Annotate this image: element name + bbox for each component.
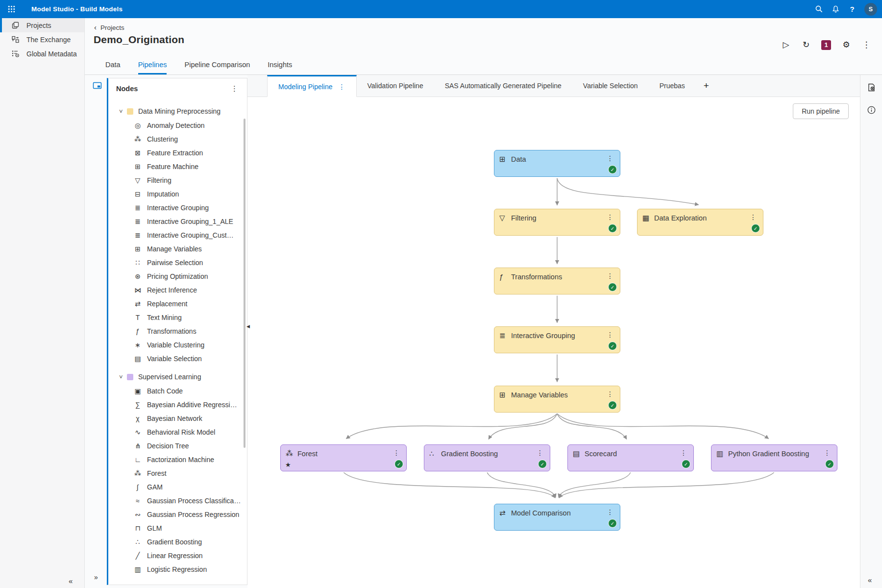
node-item-glm[interactable]: ⊓GLM xyxy=(108,521,247,535)
node-item-behavioral-risk-model[interactable]: ∿Behavioral Risk Model xyxy=(108,425,247,439)
node-item-manage-variables[interactable]: ⊞Manage Variables xyxy=(108,242,247,256)
node-item-decision-tree[interactable]: ⋔Decision Tree xyxy=(108,439,247,453)
node-item-gaussian-process-classification[interactable]: ≈Gaussian Process Classifica… xyxy=(108,494,247,508)
pipeline-node-transformations[interactable]: ƒTransformations⋮✓ xyxy=(494,268,620,294)
node-item-forest[interactable]: ⁂Forest xyxy=(108,466,247,480)
node-item-batch-code[interactable]: ▣Batch Code xyxy=(108,384,247,398)
tab-pipeline-comparison[interactable]: Pipeline Comparison xyxy=(184,61,250,74)
node-menu-icon[interactable]: ⋮ xyxy=(605,508,615,516)
pipeline-node-data-exploration[interactable]: ▦Data Exploration⋮✓ xyxy=(637,209,763,236)
pipeline-area: Modeling Pipeline⋮Validation PipelineSAS… xyxy=(247,75,860,588)
node-menu-icon[interactable]: ⋮ xyxy=(748,213,758,221)
node-item-feature-machine[interactable]: ⊞Feature Machine xyxy=(108,160,247,173)
user-avatar[interactable]: S xyxy=(864,3,877,16)
pipeline-tab-pruebas[interactable]: Pruebas xyxy=(649,75,696,97)
node-item-label: Text Mining xyxy=(147,314,182,321)
breadcrumb[interactable]: ‹Projects xyxy=(94,23,124,31)
node-menu-icon[interactable]: ⋮ xyxy=(605,154,615,162)
node-menu-icon[interactable]: ⋮ xyxy=(605,331,615,339)
search-icon[interactable] xyxy=(811,2,826,17)
nodes-scrollbar[interactable] xyxy=(244,119,245,448)
right-rail-collapse-icon[interactable]: « xyxy=(868,576,872,584)
node-menu-icon[interactable]: ⋮ xyxy=(822,449,832,457)
add-pipeline-icon[interactable]: + xyxy=(696,75,717,97)
help-icon[interactable]: ? xyxy=(845,2,859,17)
node-menu-icon[interactable]: ⋮ xyxy=(392,449,401,457)
sidebar-item-global-metadata[interactable]: Global Metadata xyxy=(0,47,84,61)
nodes-panel-collapse-icon[interactable]: ◀ xyxy=(246,324,250,329)
node-menu-icon[interactable]: ⋮ xyxy=(605,213,615,221)
node-item-text-mining[interactable]: TText Mining xyxy=(108,311,247,324)
app-launcher-icon[interactable] xyxy=(7,5,16,14)
pipeline-canvas[interactable]: ⊞Data⋮✓▽Filtering⋮✓▦Data Exploration⋮✓ƒT… xyxy=(247,97,860,588)
notification-count-badge[interactable]: 1 xyxy=(821,40,831,50)
pipeline-node-gradient-boosting[interactable]: ∴Gradient Boosting⋮✓ xyxy=(424,444,550,471)
node-group-data-mining-preprocessing[interactable]: ˅Data Mining Preprocessing xyxy=(108,104,247,119)
pipeline-node-model-comparison[interactable]: ⇄Model Comparison⋮✓ xyxy=(494,504,620,531)
node-item-variable-clustering[interactable]: ∗Variable Clustering xyxy=(108,338,247,352)
pipeline-report-icon[interactable] xyxy=(867,83,876,94)
node-item-bayesian-network[interactable]: χBayesian Network xyxy=(108,412,247,425)
node-item-anomaly-detection[interactable]: ◎Anomaly Detection xyxy=(108,119,247,132)
node-menu-icon[interactable]: ⋮ xyxy=(535,449,545,457)
node-item-interactive-grouping-1-ale[interactable]: ≣Interactive Grouping_1_ALE xyxy=(108,215,247,228)
batch-code-icon: ▣ xyxy=(133,387,143,395)
pipeline-tab-menu-icon[interactable]: ⋮ xyxy=(339,83,345,91)
node-item-interactive-grouping-cust[interactable]: ≣Interactive Grouping_Cust… xyxy=(108,228,247,242)
sidebar-item-projects[interactable]: Projects xyxy=(0,18,84,32)
node-item-gam[interactable]: ∫GAM xyxy=(108,480,247,494)
pipeline-node-scorecard[interactable]: ▤Scorecard⋮✓ xyxy=(567,444,694,471)
node-menu-icon[interactable]: ⋮ xyxy=(679,449,688,457)
nodes-panel-toggle-icon[interactable] xyxy=(93,81,102,92)
pipeline-node-python-gradient-boosting[interactable]: ▥Python Gradient Boosting⋮✓ xyxy=(711,444,837,471)
notifications-bell-icon[interactable] xyxy=(828,2,843,17)
pipeline-node-interactive-grouping[interactable]: ≣Interactive Grouping⋮✓ xyxy=(494,326,620,353)
node-item-label: Transformations xyxy=(147,327,196,335)
pipeline-node-filtering[interactable]: ▽Filtering⋮✓ xyxy=(494,209,620,236)
node-item-bayesian-additive-regression[interactable]: ∑Bayesian Additive Regressi… xyxy=(108,398,247,412)
node-menu-icon[interactable]: ⋮ xyxy=(605,390,615,398)
node-item-interactive-grouping[interactable]: ≣Interactive Grouping xyxy=(108,201,247,215)
node-item-gaussian-process-regression[interactable]: ∾Gaussian Process Regression xyxy=(108,508,247,521)
tab-insights[interactable]: Insights xyxy=(268,61,292,74)
tab-pipelines[interactable]: Pipelines xyxy=(138,61,167,74)
node-item-filtering[interactable]: ▽Filtering xyxy=(108,173,247,187)
tab-data[interactable]: Data xyxy=(105,61,121,74)
pipeline-node-forest[interactable]: ⁂Forest⋮★✓ xyxy=(280,444,407,471)
node-item-linear-regression[interactable]: ╱Linear Regression xyxy=(108,549,247,563)
node-item-gradient-boosting[interactable]: ∴Gradient Boosting xyxy=(108,535,247,549)
manage-variables-icon: ⊞ xyxy=(499,391,506,399)
sync-icon[interactable]: ↻ xyxy=(801,40,811,50)
run-project-icon[interactable]: ▷ xyxy=(781,40,791,50)
node-item-variable-selection[interactable]: ▤Variable Selection xyxy=(108,352,247,366)
node-item-clustering[interactable]: ⁂Clustering xyxy=(108,132,247,146)
node-item-label: Bayesian Network xyxy=(147,415,202,422)
node-item-feature-extraction[interactable]: ⊠Feature Extraction xyxy=(108,146,247,160)
node-item-label: Anomaly Detection xyxy=(147,122,205,129)
node-item-pairwise-selection[interactable]: ∷Pairwise Selection xyxy=(108,256,247,270)
pipeline-tab-sas-automatically-generated-pipeline[interactable]: SAS Automatically Generated Pipeline xyxy=(434,75,572,97)
pipeline-node-data[interactable]: ⊞Data⋮✓ xyxy=(494,150,620,177)
pipeline-node-manage-variables[interactable]: ⊞Manage Variables⋮✓ xyxy=(494,386,620,413)
pipeline-tab-variable-selection[interactable]: Variable Selection xyxy=(572,75,649,97)
pipeline-tab-modeling-pipeline[interactable]: Modeling Pipeline⋮ xyxy=(267,75,357,97)
overflow-menu-icon[interactable]: ⋮ xyxy=(861,40,871,50)
sidebar-item-the-exchange[interactable]: The Exchange xyxy=(0,32,84,47)
pipeline-tab-validation-pipeline[interactable]: Validation Pipeline xyxy=(357,75,434,97)
node-item-pricing-optimization[interactable]: ⊛Pricing Optimization xyxy=(108,270,247,283)
rail-expand-icon[interactable]: » xyxy=(94,573,98,581)
info-icon[interactable] xyxy=(867,105,876,117)
node-item-replacement[interactable]: ⇄Replacement xyxy=(108,297,247,311)
nodes-panel-menu-icon[interactable]: ⋮ xyxy=(229,84,240,93)
settings-gear-icon[interactable]: ⚙ xyxy=(841,40,851,50)
node-menu-icon[interactable]: ⋮ xyxy=(605,272,615,280)
node-item-reject-inference[interactable]: ⋈Reject Inference xyxy=(108,283,247,297)
node-item-transformations[interactable]: ƒTransformations xyxy=(108,324,247,338)
run-pipeline-button[interactable]: Run pipeline xyxy=(793,103,849,119)
sidebar-collapse-icon[interactable]: « xyxy=(69,577,73,585)
node-group-supervised-learning[interactable]: ˅Supervised Learning xyxy=(108,369,247,384)
node-item-logistic-regression[interactable]: ▥Logistic Regression xyxy=(108,563,247,576)
group-color-swatch xyxy=(127,108,133,115)
node-item-imputation[interactable]: ⊟Imputation xyxy=(108,187,247,201)
node-item-factorization-machine[interactable]: ∟Factorization Machine xyxy=(108,453,247,466)
